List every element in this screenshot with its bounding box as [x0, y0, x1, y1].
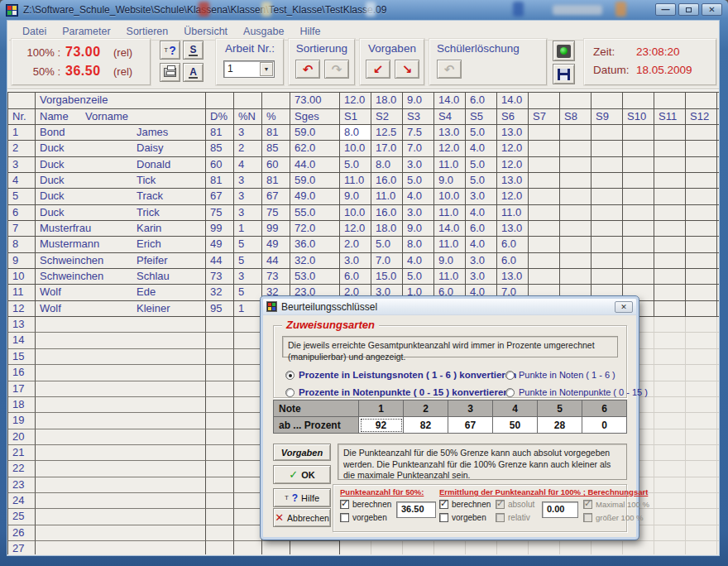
score-cell[interactable] — [592, 237, 623, 252]
score-cell[interactable] — [686, 493, 717, 509]
name-cell[interactable]: MustermannErich — [36, 237, 206, 252]
d-percent-cell[interactable]: 32 — [206, 285, 234, 300]
d-percent-cell[interactable]: 60 — [206, 157, 234, 173]
n-grade-cell[interactable] — [234, 365, 262, 381]
minimize-button[interactable]: — — [655, 3, 676, 16]
sges-cell[interactable]: 53.0 — [290, 269, 340, 285]
score-cell[interactable] — [686, 317, 717, 333]
score-cell[interactable] — [654, 157, 686, 173]
name-cell[interactable] — [36, 381, 206, 397]
percent-cell[interactable] — [262, 541, 290, 554]
score-cell[interactable] — [371, 541, 403, 554]
score-cell[interactable]: 13.0 — [497, 125, 529, 141]
n-grade-cell[interactable]: 3 — [234, 189, 262, 204]
d-percent-cell[interactable]: 49 — [206, 237, 234, 252]
ok-button[interactable]: ✓ OK — [273, 465, 331, 484]
d-percent-cell[interactable] — [206, 413, 234, 429]
sec50-berechnen-checkbox[interactable]: berechnen — [340, 500, 391, 509]
score-cell[interactable] — [717, 269, 719, 285]
close-button[interactable]: ✕ — [702, 3, 722, 16]
help-assign-button[interactable]: T? — [160, 41, 180, 60]
d-percent-cell[interactable] — [206, 477, 234, 493]
score-cell[interactable]: 10.0 — [340, 205, 371, 221]
score-cell[interactable] — [654, 285, 686, 300]
sort-undo-button[interactable]: ↶ — [295, 60, 320, 79]
score-cell[interactable] — [529, 173, 560, 189]
score-cell[interactable] — [654, 493, 686, 509]
radio-option[interactable]: Prozente in Notenpunkte ( 0 - 15 ) konve… — [285, 387, 509, 397]
score-cell[interactable]: 8.0 — [371, 157, 403, 173]
sort-redo-button[interactable]: ↷ — [324, 60, 349, 79]
score-cell[interactable] — [560, 157, 592, 173]
abbrechen-button[interactable]: ✕ Abbrechen — [273, 508, 331, 527]
radio-option[interactable]: Prozente in Leistungsnoten ( 1 - 6 ) kon… — [285, 370, 516, 380]
note-percent-cell[interactable]: 28 — [538, 417, 582, 434]
n-grade-cell[interactable] — [234, 429, 262, 445]
n-grade-cell[interactable]: 5 — [234, 253, 262, 269]
score-cell[interactable]: 3.0 — [403, 157, 434, 173]
score-cell[interactable]: 13.0 — [497, 269, 529, 285]
score-cell[interactable] — [529, 157, 560, 173]
vorgaben-s-value[interactable]: 14.0 — [434, 93, 466, 109]
score-cell[interactable]: 12.0 — [497, 141, 529, 156]
name-cell[interactable] — [36, 429, 206, 445]
dialog-vorgaben-button[interactable]: Vorgaben — [273, 444, 331, 461]
score-cell[interactable] — [560, 237, 592, 252]
score-cell[interactable] — [654, 173, 686, 189]
score-cell[interactable] — [560, 253, 592, 269]
name-cell[interactable]: SchweinchenSchlau — [36, 269, 206, 285]
n-grade-cell[interactable] — [234, 445, 262, 461]
vorgaben-s-value[interactable] — [529, 93, 560, 109]
d-percent-cell[interactable] — [206, 381, 234, 397]
score-cell[interactable] — [592, 125, 623, 141]
name-cell[interactable] — [36, 541, 206, 554]
name-cell[interactable] — [36, 477, 206, 493]
score-cell[interactable] — [623, 189, 654, 204]
radio-option[interactable]: Punkte in Notenpunkte ( 0 - 15 ) — [505, 387, 648, 397]
n-grade-cell[interactable] — [234, 397, 262, 413]
vorgaben-s-value[interactable] — [686, 93, 717, 109]
score-cell[interactable] — [654, 541, 686, 554]
score-cell[interactable]: 11.0 — [371, 189, 403, 204]
d-percent-cell[interactable] — [206, 445, 234, 461]
menu-item-parameter[interactable]: Parameter — [62, 26, 110, 37]
score-cell[interactable] — [717, 285, 719, 300]
score-cell[interactable]: 11.0 — [434, 205, 466, 221]
sges-cell[interactable]: 59.0 — [290, 125, 340, 141]
score-cell[interactable] — [717, 541, 719, 554]
score-cell[interactable]: 5.0 — [466, 125, 497, 141]
d-percent-cell[interactable]: 85 — [206, 141, 234, 156]
n-grade-cell[interactable]: 3 — [234, 269, 262, 285]
score-cell[interactable] — [686, 269, 717, 285]
score-cell[interactable] — [686, 365, 717, 381]
score-cell[interactable]: 6.0 — [497, 237, 529, 252]
sec50-value-field[interactable]: 36.50 — [396, 501, 436, 518]
score-cell[interactable]: 3.0 — [466, 269, 497, 285]
score-cell[interactable] — [654, 269, 686, 285]
score-cell[interactable] — [717, 461, 719, 477]
score-cell[interactable]: 4.0 — [403, 253, 434, 269]
score-cell[interactable] — [560, 125, 592, 141]
sges-cell[interactable]: 55.0 — [290, 205, 340, 221]
score-cell[interactable] — [654, 333, 686, 348]
radio-option[interactable]: Punkte in Noten ( 1 - 6 ) — [505, 370, 615, 380]
vorgaben-s-value[interactable]: 9.0 — [403, 93, 434, 109]
vorgaben-s-value[interactable]: 18.0 — [371, 93, 403, 109]
n-grade-cell[interactable]: 3 — [234, 125, 262, 141]
score-cell[interactable] — [686, 157, 717, 173]
score-cell[interactable] — [686, 301, 717, 317]
note-percent-cell[interactable]: 82 — [404, 417, 448, 434]
d-percent-cell[interactable]: 81 — [206, 125, 234, 141]
score-cell[interactable] — [654, 461, 686, 477]
score-cell[interactable] — [717, 525, 719, 541]
score-cell[interactable] — [654, 205, 686, 221]
score-cell[interactable] — [717, 397, 719, 413]
sges-cell[interactable]: 36.0 — [290, 237, 340, 252]
score-cell[interactable] — [529, 541, 560, 554]
n-grade-cell[interactable] — [234, 493, 262, 509]
name-cell[interactable] — [36, 333, 206, 348]
score-cell[interactable] — [654, 141, 686, 156]
percent-cell[interactable]: 81 — [262, 173, 290, 189]
vorgaben-s-value[interactable] — [654, 93, 686, 109]
n-grade-cell[interactable] — [234, 317, 262, 333]
